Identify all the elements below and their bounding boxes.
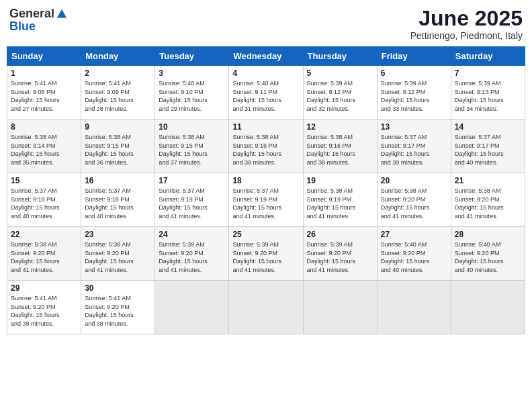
day-number: 23	[85, 230, 151, 239]
day-number: 18	[232, 176, 299, 185]
calendar-cell-13: 13Sunrise: 5:37 AM Sunset: 9:17 PM Dayli…	[377, 120, 451, 173]
day-info: Sunrise: 5:40 AM Sunset: 9:10 PM Dayligh…	[159, 79, 225, 113]
calendar-cell-empty	[155, 281, 229, 334]
location: Pettinengo, Piedmont, Italy	[410, 30, 523, 41]
page-header: General Blue June 2025 Pettinengo, Piedm…	[7, 7, 525, 41]
day-number: 22	[11, 230, 77, 239]
day-info: Sunrise: 5:38 AM Sunset: 9:15 PM Dayligh…	[159, 133, 225, 167]
calendar-header-wednesday: Wednesday	[229, 47, 303, 66]
day-info: Sunrise: 5:37 AM Sunset: 9:19 PM Dayligh…	[159, 187, 225, 220]
calendar-cell-4: 4Sunrise: 5:40 AM Sunset: 9:11 PM Daylig…	[229, 66, 303, 120]
day-number: 30	[85, 283, 151, 293]
day-number: 16	[85, 176, 151, 185]
calendar-cell-16: 16Sunrise: 5:37 AM Sunset: 9:18 PM Dayli…	[81, 173, 155, 227]
day-info: Sunrise: 5:39 AM Sunset: 9:20 PM Dayligh…	[159, 240, 225, 274]
day-number: 11	[232, 122, 299, 132]
day-number: 17	[159, 176, 225, 185]
day-info: Sunrise: 5:41 AM Sunset: 9:20 PM Dayligh…	[85, 294, 151, 328]
day-info: Sunrise: 5:41 AM Sunset: 9:08 PM Dayligh…	[11, 79, 77, 113]
day-number: 21	[455, 176, 521, 185]
day-info: Sunrise: 5:39 AM Sunset: 9:12 PM Dayligh…	[307, 79, 373, 113]
calendar-header-tuesday: Tuesday	[155, 47, 229, 66]
day-number: 2	[85, 68, 151, 78]
day-info: Sunrise: 5:39 AM Sunset: 9:13 PM Dayligh…	[455, 79, 521, 113]
calendar-cell-empty	[229, 281, 303, 334]
calendar-cell-5: 5Sunrise: 5:39 AM Sunset: 9:12 PM Daylig…	[303, 66, 377, 120]
calendar-cell-25: 25Sunrise: 5:39 AM Sunset: 9:20 PM Dayli…	[229, 227, 303, 281]
day-info: Sunrise: 5:38 AM Sunset: 9:14 PM Dayligh…	[11, 133, 77, 167]
calendar-cell-7: 7Sunrise: 5:39 AM Sunset: 9:13 PM Daylig…	[451, 66, 525, 120]
calendar-header-friday: Friday	[377, 47, 451, 66]
day-info: Sunrise: 5:41 AM Sunset: 9:09 PM Dayligh…	[85, 79, 151, 113]
calendar-cell-24: 24Sunrise: 5:39 AM Sunset: 9:20 PM Dayli…	[155, 227, 229, 281]
day-number: 27	[381, 230, 447, 239]
day-number: 29	[11, 283, 77, 293]
day-number: 1	[11, 68, 77, 78]
day-number: 10	[159, 122, 225, 132]
calendar-cell-20: 20Sunrise: 5:38 AM Sunset: 9:20 PM Dayli…	[377, 173, 451, 227]
day-number: 3	[159, 68, 225, 78]
day-info: Sunrise: 5:40 AM Sunset: 9:20 PM Dayligh…	[455, 240, 521, 274]
calendar-cell-18: 18Sunrise: 5:37 AM Sunset: 9:19 PM Dayli…	[229, 173, 303, 227]
day-info: Sunrise: 5:38 AM Sunset: 9:16 PM Dayligh…	[307, 133, 373, 167]
day-info: Sunrise: 5:37 AM Sunset: 9:18 PM Dayligh…	[11, 187, 77, 220]
day-number: 12	[307, 122, 373, 132]
day-info: Sunrise: 5:38 AM Sunset: 9:20 PM Dayligh…	[455, 187, 521, 220]
calendar-header-sunday: Sunday	[7, 47, 81, 66]
logo: General Blue	[9, 7, 68, 34]
calendar-cell-9: 9Sunrise: 5:38 AM Sunset: 9:15 PM Daylig…	[81, 120, 155, 173]
day-info: Sunrise: 5:38 AM Sunset: 9:16 PM Dayligh…	[232, 133, 299, 167]
calendar-cell-10: 10Sunrise: 5:38 AM Sunset: 9:15 PM Dayli…	[155, 120, 229, 173]
calendar-cell-19: 19Sunrise: 5:38 AM Sunset: 9:19 PM Dayli…	[303, 173, 377, 227]
calendar-cell-17: 17Sunrise: 5:37 AM Sunset: 9:19 PM Dayli…	[155, 173, 229, 227]
calendar-cell-empty	[451, 281, 525, 334]
calendar-cell-22: 22Sunrise: 5:38 AM Sunset: 9:20 PM Dayli…	[7, 227, 81, 281]
calendar-cell-21: 21Sunrise: 5:38 AM Sunset: 9:20 PM Dayli…	[451, 173, 525, 227]
day-number: 20	[381, 176, 447, 185]
calendar-cell-12: 12Sunrise: 5:38 AM Sunset: 9:16 PM Dayli…	[303, 120, 377, 173]
calendar-cell-empty	[377, 281, 451, 334]
calendar-header-thursday: Thursday	[303, 47, 377, 66]
calendar-week-5: 29Sunrise: 5:41 AM Sunset: 9:20 PM Dayli…	[7, 281, 525, 334]
title-block: June 2025 Pettinengo, Piedmont, Italy	[410, 7, 523, 41]
calendar-cell-27: 27Sunrise: 5:40 AM Sunset: 9:20 PM Dayli…	[377, 227, 451, 281]
day-info: Sunrise: 5:40 AM Sunset: 9:11 PM Dayligh…	[232, 79, 299, 113]
day-info: Sunrise: 5:38 AM Sunset: 9:20 PM Dayligh…	[381, 187, 447, 220]
day-info: Sunrise: 5:38 AM Sunset: 9:15 PM Dayligh…	[85, 133, 151, 167]
day-number: 25	[232, 230, 299, 239]
day-number: 8	[11, 122, 77, 132]
day-info: Sunrise: 5:39 AM Sunset: 9:12 PM Dayligh…	[381, 79, 447, 113]
calendar-header-row: SundayMondayTuesdayWednesdayThursdayFrid…	[7, 47, 525, 66]
calendar-cell-28: 28Sunrise: 5:40 AM Sunset: 9:20 PM Dayli…	[451, 227, 525, 281]
calendar-cell-29: 29Sunrise: 5:41 AM Sunset: 9:20 PM Dayli…	[7, 281, 81, 334]
calendar-header-monday: Monday	[81, 47, 155, 66]
calendar-cell-empty	[303, 281, 377, 334]
day-info: Sunrise: 5:37 AM Sunset: 9:19 PM Dayligh…	[232, 187, 299, 220]
calendar-cell-14: 14Sunrise: 5:37 AM Sunset: 9:17 PM Dayli…	[451, 120, 525, 173]
day-info: Sunrise: 5:40 AM Sunset: 9:20 PM Dayligh…	[381, 240, 447, 274]
day-number: 9	[85, 122, 151, 132]
calendar-cell-6: 6Sunrise: 5:39 AM Sunset: 9:12 PM Daylig…	[377, 66, 451, 120]
svg-marker-0	[57, 9, 66, 17]
day-number: 19	[307, 176, 373, 185]
day-number: 5	[307, 68, 373, 78]
logo-blue: Blue	[9, 19, 36, 34]
calendar-header-saturday: Saturday	[451, 47, 525, 66]
day-info: Sunrise: 5:37 AM Sunset: 9:17 PM Dayligh…	[381, 133, 447, 167]
month-title: June 2025	[410, 7, 523, 30]
day-number: 24	[159, 230, 225, 239]
day-info: Sunrise: 5:39 AM Sunset: 9:20 PM Dayligh…	[232, 240, 299, 274]
calendar-week-1: 1Sunrise: 5:41 AM Sunset: 9:08 PM Daylig…	[7, 66, 525, 120]
calendar-week-2: 8Sunrise: 5:38 AM Sunset: 9:14 PM Daylig…	[7, 120, 525, 173]
day-info: Sunrise: 5:39 AM Sunset: 9:20 PM Dayligh…	[307, 240, 373, 274]
day-info: Sunrise: 5:37 AM Sunset: 9:17 PM Dayligh…	[455, 133, 521, 167]
logo-general: General	[9, 7, 54, 21]
day-number: 28	[455, 230, 521, 239]
day-number: 6	[381, 68, 447, 78]
day-number: 13	[381, 122, 447, 132]
day-number: 4	[232, 68, 299, 78]
calendar-cell-11: 11Sunrise: 5:38 AM Sunset: 9:16 PM Dayli…	[229, 120, 303, 173]
calendar-cell-23: 23Sunrise: 5:38 AM Sunset: 9:20 PM Dayli…	[81, 227, 155, 281]
calendar-week-4: 22Sunrise: 5:38 AM Sunset: 9:20 PM Dayli…	[7, 227, 525, 281]
calendar-week-3: 15Sunrise: 5:37 AM Sunset: 9:18 PM Dayli…	[7, 173, 525, 227]
